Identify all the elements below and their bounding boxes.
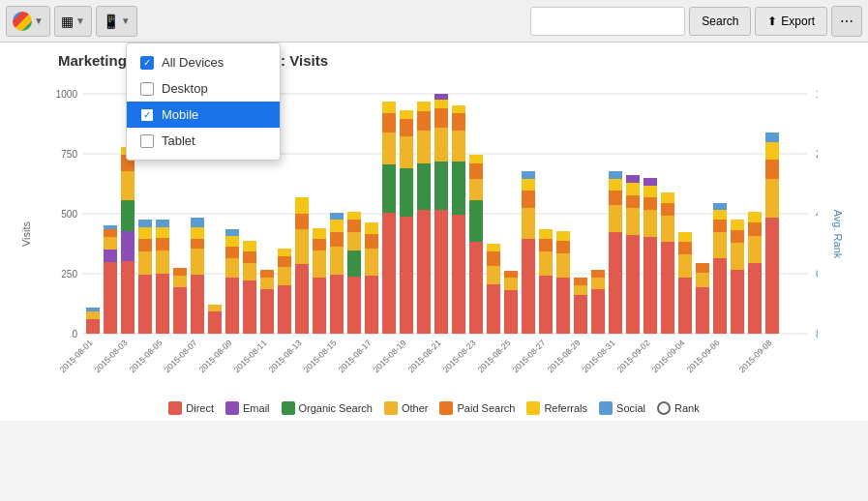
svg-rect-177 <box>731 230 744 243</box>
svg-rect-132 <box>539 239 553 251</box>
svg-rect-60 <box>260 270 274 278</box>
svg-rect-159 <box>661 242 674 334</box>
devices-dropdown: ✓ All Devices Desktop ✓ Mobile Tablet <box>126 43 281 161</box>
svg-text:2015-09-02: 2015-09-02 <box>614 338 651 374</box>
svg-rect-126 <box>522 208 535 239</box>
mobile-option[interactable]: ✓ Mobile <box>127 102 280 128</box>
svg-rect-83 <box>365 276 378 334</box>
svg-rect-85 <box>365 234 378 249</box>
svg-rect-144 <box>609 232 622 334</box>
svg-text:2015-08-23: 2015-08-23 <box>440 338 477 374</box>
mobile-label: Mobile <box>162 107 198 122</box>
svg-rect-124 <box>504 271 518 278</box>
svg-rect-140 <box>574 278 587 285</box>
svg-rect-156 <box>644 197 657 210</box>
dropdown-arrow-1: ▼ <box>34 15 44 26</box>
svg-text:2015-08-17: 2015-08-17 <box>336 338 373 374</box>
svg-rect-80 <box>347 232 361 250</box>
svg-rect-164 <box>678 254 692 278</box>
devices-btn[interactable]: 📱 ▼ <box>96 6 137 37</box>
svg-rect-106 <box>434 100 448 108</box>
svg-rect-39 <box>173 287 187 334</box>
svg-rect-138 <box>574 295 587 334</box>
organic-color <box>282 401 295 415</box>
svg-rect-167 <box>696 287 709 334</box>
svg-rect-30 <box>138 251 152 275</box>
svg-rect-84 <box>365 249 378 276</box>
svg-rect-118 <box>487 284 500 334</box>
svg-rect-58 <box>260 289 274 334</box>
svg-rect-98 <box>417 163 431 210</box>
svg-text:2015-08-01: 2015-08-01 <box>57 338 94 374</box>
export-button[interactable]: ⬆ Export <box>755 7 827 36</box>
referrals-label: Referrals <box>544 402 587 414</box>
svg-rect-78 <box>347 277 361 334</box>
svg-rect-115 <box>469 179 483 200</box>
svg-rect-130 <box>539 276 553 334</box>
svg-rect-96 <box>400 110 413 119</box>
desktop-label: Desktop <box>162 81 208 96</box>
svg-rect-149 <box>626 235 640 334</box>
svg-rect-94 <box>400 136 413 168</box>
svg-rect-46 <box>191 218 204 227</box>
svg-rect-121 <box>487 244 500 251</box>
svg-rect-131 <box>539 251 553 276</box>
svg-rect-66 <box>295 229 309 264</box>
svg-rect-152 <box>626 183 640 195</box>
svg-rect-91 <box>382 102 396 113</box>
svg-rect-49 <box>225 278 239 334</box>
svg-text:2015-08-19: 2015-08-19 <box>371 338 407 374</box>
google-analytics-btn[interactable]: ▼ <box>6 6 50 37</box>
search-input[interactable] <box>530 7 685 36</box>
svg-rect-171 <box>713 232 727 258</box>
svg-rect-122 <box>504 290 518 334</box>
svg-rect-23 <box>121 261 135 334</box>
legend-rank: Rank <box>657 401 700 415</box>
svg-text:2015-08-27: 2015-08-27 <box>510 338 547 374</box>
svg-rect-172 <box>713 220 727 232</box>
svg-rect-105 <box>434 108 448 128</box>
svg-text:1000: 1000 <box>55 89 77 100</box>
svg-rect-42 <box>191 275 204 334</box>
svg-rect-162 <box>661 192 674 203</box>
svg-rect-68 <box>295 197 309 214</box>
svg-rect-31 <box>138 239 152 251</box>
svg-text:2015-08-05: 2015-08-05 <box>127 338 164 374</box>
direct-color <box>168 401 182 415</box>
svg-text:500: 500 <box>61 209 77 220</box>
svg-rect-52 <box>225 236 239 247</box>
svg-rect-95 <box>400 119 413 136</box>
other-label: Other <box>402 402 429 414</box>
view-btn[interactable]: ▦ ▼ <box>54 6 92 37</box>
svg-rect-93 <box>400 168 413 217</box>
export-icon: ⬆ <box>767 15 777 28</box>
svg-rect-111 <box>452 113 465 131</box>
dropdown-arrow-3: ▼ <box>121 15 131 26</box>
svg-rect-24 <box>121 231 135 261</box>
legend-paid: Paid Search <box>439 401 515 415</box>
svg-rect-176 <box>731 243 744 270</box>
all-devices-option[interactable]: ✓ All Devices <box>127 49 280 75</box>
direct-label: Direct <box>186 402 214 414</box>
svg-text:0: 0 <box>72 329 77 339</box>
svg-rect-135 <box>556 253 570 278</box>
svg-rect-15 <box>86 319 100 334</box>
svg-rect-143 <box>591 270 605 278</box>
svg-rect-110 <box>452 131 465 162</box>
svg-rect-109 <box>452 162 465 215</box>
search-button[interactable]: Search <box>689 7 751 36</box>
svg-text:2015-09-06: 2015-09-06 <box>684 338 721 374</box>
svg-rect-128 <box>522 179 535 191</box>
svg-rect-157 <box>644 186 657 197</box>
view-icon: ▦ <box>61 14 74 29</box>
svg-rect-175 <box>731 270 744 334</box>
tablet-option[interactable]: Tablet <box>127 128 280 154</box>
svg-rect-183 <box>765 218 779 334</box>
more-btn[interactable]: ⋯ <box>831 6 862 37</box>
paid-label: Paid Search <box>457 402 515 414</box>
svg-rect-139 <box>574 285 587 295</box>
svg-rect-88 <box>382 164 396 213</box>
svg-rect-45 <box>191 227 204 239</box>
desktop-option[interactable]: Desktop <box>127 75 280 102</box>
svg-rect-56 <box>243 251 256 263</box>
